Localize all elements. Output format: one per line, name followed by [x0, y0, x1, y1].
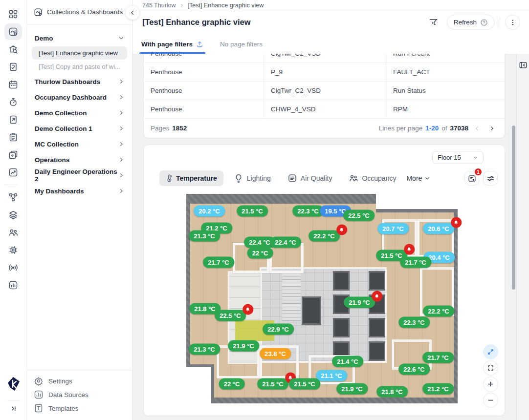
rail-item-portfolio-icon[interactable]: [4, 41, 22, 58]
temperature-badge[interactable]: 20.6 °C: [423, 223, 454, 234]
tab-with-page-filters[interactable]: With page filters: [140, 41, 204, 54]
expand-sidebar-icon[interactable]: [10, 405, 17, 414]
temperature-badge[interactable]: 21.5 °C: [289, 378, 320, 390]
temperature-badge[interactable]: 21.2 °C: [422, 383, 454, 395]
temperature-badge[interactable]: 22.9 °C: [263, 324, 294, 335]
sidebar-group-operations[interactable]: Operations: [32, 152, 127, 168]
map-tab-lighting[interactable]: Lighting: [227, 170, 277, 186]
alert-count-badge: 1: [474, 168, 482, 176]
sidebar-group-demo-collection-1[interactable]: Demo Collection 1: [32, 121, 127, 136]
alarm-bell-icon[interactable]: [404, 244, 415, 255]
sidebar-group-demo-collection[interactable]: Demo Collection: [32, 105, 127, 121]
footer-label: Data Sources: [48, 391, 88, 399]
alarm-bell-icon[interactable]: [242, 304, 253, 315]
temperature-badge[interactable]: 21.5 °C: [257, 378, 288, 390]
temperature-badge[interactable]: 21.3 °C: [189, 344, 220, 355]
sidebar-footer-settings[interactable]: Settings: [34, 374, 125, 388]
rail-item-clipboard-icon[interactable]: [4, 129, 22, 146]
floor-select[interactable]: Floor 15: [432, 151, 484, 164]
temperature-badge[interactable]: 20.7 °C: [377, 223, 409, 234]
temperature-badge[interactable]: 21.8 °C: [376, 386, 408, 398]
breadcrumb-item[interactable]: 745 Thurlow: [142, 2, 176, 9]
floor-plan[interactable]: 20.2 °C21.5 °C22.3 °C19.5 °C22.5 °C21.2 …: [186, 194, 458, 403]
sidebar-footer-templates[interactable]: Templates: [34, 401, 125, 415]
rail-item-gallery-icon[interactable]: [4, 147, 22, 163]
map-tab-temperature[interactable]: Temperature: [159, 170, 223, 186]
table-row[interactable]: PenthouseClgTwr_C2_VSDRun Status: [144, 82, 505, 100]
rail-item-analytics-icon[interactable]: [4, 164, 22, 181]
pan-mode-button[interactable]: [483, 344, 498, 359]
sidebar-footer-data-sources[interactable]: Data Sources: [34, 388, 125, 401]
display-settings-button[interactable]: [483, 171, 498, 186]
rail-item-broadcast-icon[interactable]: [4, 259, 22, 276]
temperature-badge[interactable]: 21.3 °C: [189, 231, 220, 242]
temperature-badge[interactable]: 22.5 °C: [343, 210, 375, 221]
rail-item-scheduler-icon[interactable]: [4, 94, 22, 110]
rail-item-apps-icon[interactable]: [4, 6, 22, 22]
temperature-badge[interactable]: 20.2 °C: [194, 206, 225, 217]
elevator-shaft: [333, 271, 350, 291]
alerts-settings-button[interactable]: 1: [464, 171, 479, 186]
temperature-badge[interactable]: 21.7 °C: [400, 257, 431, 268]
map-tab-air-quality[interactable]: Air Quality: [281, 170, 339, 186]
temperature-badge[interactable]: 22.6 °C: [398, 364, 430, 375]
chevron-right-icon: [118, 172, 124, 178]
sidebar-item-test-enhance-graphic-view[interactable]: [Test] Enhance graphic view: [32, 46, 127, 60]
sidebar-group-thurlow-dashboards[interactable]: Thurlow Dashboards: [32, 74, 127, 89]
rail-item-devices-icon[interactable]: [4, 242, 22, 258]
refresh-button[interactable]: Refresh: [447, 15, 495, 30]
rail-item-reports-icon[interactable]: [4, 59, 22, 75]
fullscreen-button[interactable]: [483, 360, 498, 376]
sidebar-item-test-copy-and-paste-of-wi[interactable]: [Test] Copy and paste of wi...: [32, 60, 127, 73]
temperature-badge[interactable]: 22 °C: [219, 378, 245, 390]
filter-funnel-icon[interactable]: [429, 18, 438, 27]
rail-item-calendar-icon[interactable]: [4, 76, 22, 93]
sidebar-group-occupancy-dashboard[interactable]: Occupancy Dashboard: [32, 89, 127, 105]
table-row[interactable]: PenthouseP_9FAULT_ACT: [144, 63, 505, 82]
temperature-badge[interactable]: 21.7 °C: [203, 257, 234, 268]
temperature-badge[interactable]: 22 °C: [247, 248, 273, 259]
temperature-badge[interactable]: 22.2 °C: [309, 231, 340, 242]
temperature-badge[interactable]: 23.8 °C: [260, 348, 291, 359]
lines-range[interactable]: 1-20: [425, 125, 439, 132]
rail-item-collections-dashboards-icon[interactable]: [4, 23, 22, 40]
sidebar-group-demo[interactable]: Demo: [32, 30, 127, 46]
alarm-bell-icon[interactable]: [336, 225, 347, 235]
prev-page-icon[interactable]: [471, 123, 483, 134]
temperature-badge[interactable]: 21.7 °C: [422, 352, 454, 363]
tab-no-page-filters[interactable]: No page filters: [219, 41, 264, 54]
temperature-badge[interactable]: 21.9 °C: [228, 340, 259, 352]
sidebar-group-mc-collection[interactable]: MC Collection: [32, 136, 127, 152]
zoom-out-button[interactable]: [483, 393, 498, 408]
rail-item-team-icon[interactable]: [4, 224, 22, 241]
rail-item-meters-icon[interactable]: [4, 277, 22, 294]
temperature-badge[interactable]: 22.4 °C: [270, 237, 301, 248]
sidebar-group-my-dashboards[interactable]: My Dashboards: [32, 183, 127, 199]
temperature-badge[interactable]: 22.5 °C: [215, 310, 246, 321]
zoom-in-button[interactable]: [483, 377, 498, 392]
rail-item-layers-icon[interactable]: [4, 207, 22, 223]
table-row[interactable]: PenthouseCHWP_4_VSDRPM: [144, 100, 505, 119]
temperature-badge[interactable]: 22.3 °C: [398, 317, 430, 328]
temperature-badge[interactable]: 22.2 °C: [423, 306, 454, 317]
collapse-sidebar-button[interactable]: [126, 6, 139, 20]
temperature-badge[interactable]: 21.1 °C: [316, 370, 347, 381]
temperature-badge[interactable]: 22.3 °C: [292, 206, 324, 217]
of-label: of: [441, 125, 447, 132]
temperature-badge[interactable]: 21.9 °C: [336, 383, 368, 395]
next-page-icon[interactable]: [486, 123, 498, 134]
vertical-scrollbar[interactable]: [512, 126, 515, 290]
temperature-badge[interactable]: 21.4 °C: [332, 356, 363, 367]
alarm-bell-icon[interactable]: [372, 291, 382, 302]
map-tab-occupancy[interactable]: Occupancy: [342, 170, 402, 186]
table-row[interactable]: PenthouseClgTwr_C2_VSDRun Percent: [144, 54, 505, 63]
tab-more[interactable]: More: [406, 174, 430, 182]
open-panel-icon[interactable]: [519, 61, 528, 420]
temperature-badge[interactable]: 21.5 °C: [237, 206, 268, 217]
rail-item-documents-icon[interactable]: [4, 111, 22, 128]
alarm-bell-icon[interactable]: [451, 217, 462, 228]
kebab-menu-button[interactable]: [505, 15, 520, 30]
temperature-badge[interactable]: 21.9 °C: [344, 297, 375, 308]
rail-item-workflow-icon[interactable]: [4, 189, 22, 206]
sidebar-group-daily-engineer-operations-2[interactable]: Daily Engineer Operations 2: [32, 168, 127, 183]
